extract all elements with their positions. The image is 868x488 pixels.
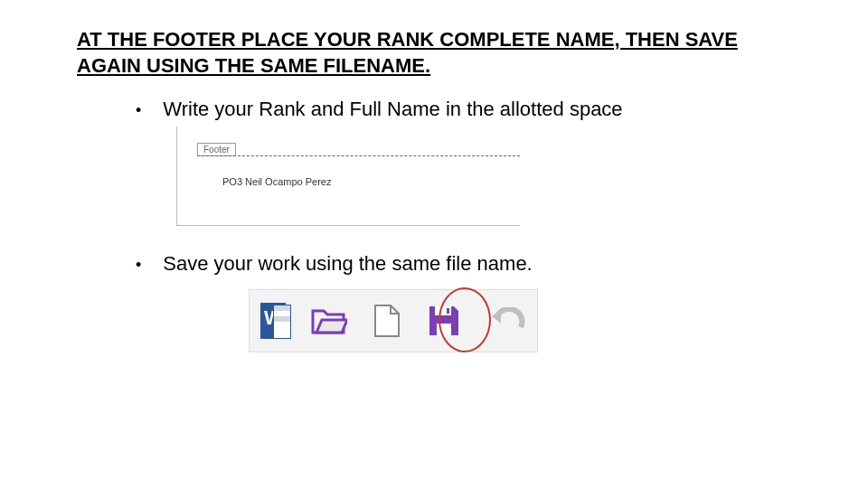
new-document-icon[interactable] [373, 304, 401, 338]
bullet-marker: • [136, 98, 141, 123]
footer-example-text: PO3 Neil Ocampo Perez [222, 176, 331, 187]
open-folder-icon[interactable] [311, 305, 347, 336]
word-app-icon[interactable] [260, 303, 286, 339]
quick-access-toolbar [249, 289, 538, 352]
svg-rect-2 [447, 308, 449, 314]
bullet-item-1: • Write your Rank and Full Name in the a… [136, 98, 623, 123]
instruction-heading: AT THE FOOTER PLACE YOUR RANK COMPLETE N… [77, 27, 791, 79]
save-icon[interactable] [427, 304, 461, 338]
footer-boundary-line [197, 155, 520, 156]
footer-tab-label: Footer [197, 143, 236, 156]
footer-screenshot: Footer PO3 Neil Ocampo Perez [176, 127, 520, 226]
bullet-item-2: • Save your work using the same file nam… [136, 252, 533, 277]
bullet-marker: • [136, 252, 141, 277]
bullet-1-text: Write your Rank and Full Name in the all… [163, 98, 622, 121]
undo-icon[interactable] [486, 307, 526, 334]
bullet-2-text: Save your work using the same file name. [163, 252, 532, 276]
svg-rect-1 [437, 324, 451, 335]
